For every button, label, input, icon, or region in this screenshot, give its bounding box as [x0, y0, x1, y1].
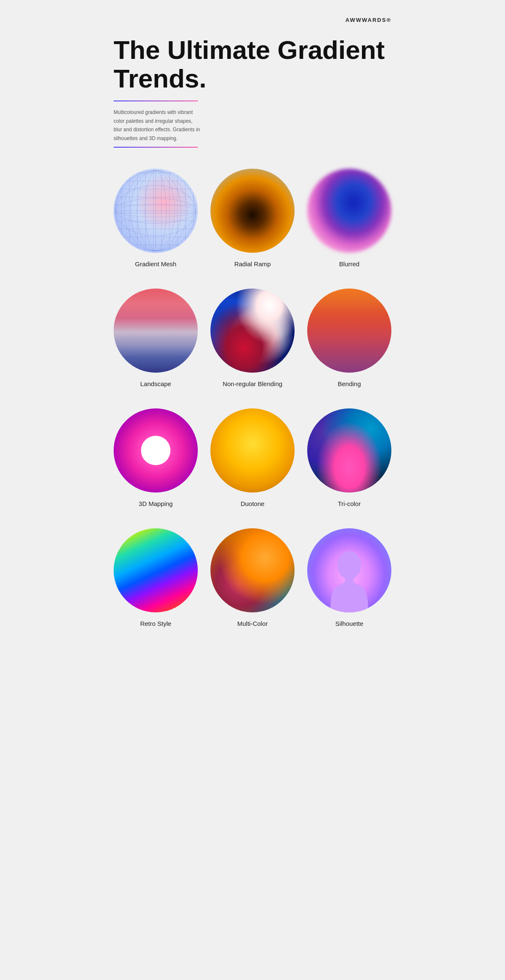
bending-circle — [307, 289, 391, 373]
tri-color-circle — [307, 408, 391, 493]
item-non-regular: Non-regular Blending — [210, 289, 295, 387]
silhouette-label: Silhouette — [335, 620, 364, 627]
divider-top — [114, 101, 198, 101]
silhouette-circle — [307, 528, 391, 612]
gradient-mesh-label: Gradient Mesh — [135, 260, 176, 268]
item-landscape: Landscape — [114, 289, 198, 387]
item-gradient-mesh: Gradient Mesh — [114, 169, 198, 268]
page-title: The Ultimate Gradient Trends. — [114, 36, 391, 93]
item-blurred: Blurred — [307, 169, 391, 268]
multi-color-label: Multi-Color — [237, 620, 268, 627]
retro-style-circle — [114, 528, 198, 612]
brand-header: AWWWARDS® — [114, 17, 391, 23]
duotone-circle — [210, 408, 295, 493]
item-silhouette: Silhouette — [307, 528, 391, 627]
divider-bottom — [114, 147, 198, 148]
3d-mapping-label: 3D Mapping — [139, 500, 173, 507]
non-regular-circle — [210, 289, 295, 373]
brand-logo: AWWWARDS® — [114, 17, 391, 23]
item-3d-mapping: 3D Mapping — [114, 408, 198, 507]
non-regular-label: Non-regular Blending — [223, 380, 282, 387]
duotone-label: Duotone — [241, 500, 265, 507]
item-bending: Bending — [307, 289, 391, 387]
landscape-circle — [114, 289, 198, 373]
blurred-circle — [307, 169, 391, 253]
radial-ramp-label: Radial Ramp — [234, 260, 271, 268]
tri-color-label: Tri-color — [338, 500, 361, 507]
landscape-label: Landscape — [140, 380, 171, 387]
radial-ramp-circle — [210, 169, 295, 253]
gradient-mesh-circle — [114, 169, 198, 253]
item-retro-style: Retro Style — [114, 528, 198, 627]
bending-label: Bending — [338, 380, 361, 387]
svg-rect-12 — [340, 612, 359, 612]
blurred-label: Blurred — [339, 260, 359, 268]
subtitle-text: Multicoloured gradients with vibrant col… — [114, 108, 202, 143]
gradient-grid: Gradient Mesh Radial Ramp Blurred Landsc… — [114, 169, 391, 627]
svg-point-10 — [338, 551, 361, 580]
retro-style-label: Retro Style — [140, 620, 171, 627]
item-duotone: Duotone — [210, 408, 295, 507]
multi-color-circle — [210, 528, 295, 612]
item-multi-color: Multi-Color — [210, 528, 295, 627]
3d-mapping-circle — [114, 408, 198, 493]
item-tri-color: Tri-color — [307, 408, 391, 507]
item-radial-ramp: Radial Ramp — [210, 169, 295, 268]
